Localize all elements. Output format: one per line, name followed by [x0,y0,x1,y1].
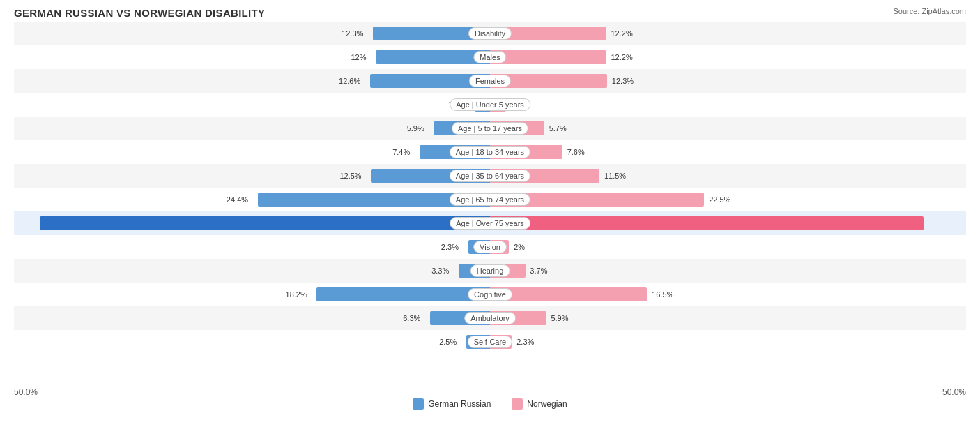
legend-german: German Russian [413,398,491,410]
bar-row: 12.3%Disability12.2% [14,22,966,45]
legend-norwegian-label: Norwegian [527,399,567,409]
bar-row: 18.2%Cognitive16.5% [14,283,966,306]
bar-right-value: 12.2% [611,53,632,61]
right-section: 2.3% [490,330,966,354]
bar-center-label: Disability [468,27,512,40]
bar-right-value: 3.7% [530,267,547,275]
bar-right-value: 5.9% [551,314,568,322]
bar-row: 12%Males12.2% [14,45,966,69]
bar-center-label: Age | 65 to 74 years [450,193,530,206]
bar-left-value: 2.5% [439,338,457,346]
bar-inner: 1.6%Age | Under 5 years1.7% [14,93,966,117]
bar-left-value: 12% [351,53,366,61]
bar-row: 47.3%Age | Over 75 years45.5% [14,211,966,235]
legend-german-label: German Russian [428,399,491,409]
bar-center-label: Ambulatory [464,312,516,324]
bar-right-value: 11.5% [604,172,626,180]
bar-inner: 12.5%Age | 35 to 64 years11.5% [14,164,966,188]
bar-left-value: 6.3% [403,314,420,322]
bar-center-label: Age | 18 to 34 years [450,146,530,158]
left-section: 24.4% [14,188,490,211]
right-section: 1.7% [490,93,966,117]
bar-row: 6.3%Ambulatory5.9% [14,306,966,330]
bar-left-value: 12.6% [339,77,360,85]
bar-center-label: Cognitive [468,288,512,301]
left-section: 18.2% [14,283,490,306]
bar-right-value: 16.5% [652,290,673,299]
left-section: 2.5% [14,330,490,354]
bar-right-value: 22.5% [709,195,730,204]
left-section: 3.3% [14,259,490,283]
bar-row: 12.5%Age | 35 to 64 years11.5% [14,164,966,188]
left-section: 12.5% [14,164,490,188]
right-section: 5.7% [490,117,966,140]
bar-left-value: 5.9% [407,124,424,133]
bar-inner: 12.3%Disability12.2% [14,22,966,45]
legend-norwegian-box [512,398,523,410]
bar-center-label: Age | 35 to 64 years [450,170,530,182]
bar-center-label: Females [469,75,511,87]
left-section: 7.4% [14,140,490,164]
bar-center-label: Self-Care [468,336,512,348]
bar-row: 2.3%Vision2% [14,235,966,259]
bar-center-label: Age | Under 5 years [450,98,530,111]
left-section: 12.6% [14,69,490,93]
left-section: 6.3% [14,306,490,330]
chart-title: GERMAN RUSSIAN VS NORWEGIAN DISABILITY [14,7,966,19]
bar-inner: 24.4%Age | 65 to 74 years22.5% [14,188,966,211]
bar-left [316,287,490,301]
bar-left-value: 3.3% [431,267,449,275]
bar-inner: 2.3%Vision2% [14,235,966,259]
bar-right [490,287,647,301]
bar-row: 24.4%Age | 65 to 74 years22.5% [14,188,966,211]
axis-right-label: 50.0% [942,387,966,397]
bar-left-value: 18.2% [286,290,307,299]
bar-row: 12.6%Females12.3% [14,69,966,93]
bar-right-value: 2% [514,243,525,251]
right-section: 12.2% [490,45,966,69]
right-section: 3.7% [490,259,966,283]
bar-inner: 47.3%Age | Over 75 years45.5% [14,211,966,235]
bar-left-value: 12.3% [342,29,363,38]
right-section: 45.5% [490,211,966,235]
right-section: 11.5% [490,164,966,188]
bar-inner: 12.6%Females12.3% [14,69,966,93]
chart-container: GERMAN RUSSIAN VS NORWEGIAN DISABILITY S… [0,0,980,427]
bar-inner: 18.2%Cognitive16.5% [14,283,966,306]
axis-left-label: 50.0% [14,387,38,397]
bar-inner: 6.3%Ambulatory5.9% [14,306,966,330]
bar-row: 2.5%Self-Care2.3% [14,330,966,354]
right-section: 12.3% [490,69,966,93]
bar-right-value: 2.3% [516,338,534,346]
bar-right: 45.5% [490,216,924,230]
legend-norwegian: Norwegian [512,398,567,410]
left-section: 5.9% [14,117,490,140]
left-section: 47.3% [14,211,490,235]
bar-center-label: Males [473,51,506,63]
legend-german-box [413,398,424,410]
bar-left-value: 24.4% [227,195,248,204]
bar-left-value: 12.5% [339,172,361,180]
bar-left: 47.3% [40,216,490,230]
bar-center-label: Age | Over 75 years [450,217,530,230]
bar-inner: 2.5%Self-Care2.3% [14,330,966,354]
bar-inner: 12%Males12.2% [14,45,966,69]
bar-right-value: 7.6% [567,148,585,156]
bar-center-label: Age | 5 to 17 years [452,122,528,135]
right-section: 5.9% [490,306,966,330]
axis-labels: 50.0% 50.0% [14,384,966,397]
bar-row: 5.9%Age | 5 to 17 years5.7% [14,117,966,140]
source-label: Source: ZipAtlas.com [893,7,966,15]
right-section: 16.5% [490,283,966,306]
left-section: 2.3% [14,235,490,259]
bar-right-value: 12.3% [612,77,634,85]
bar-right-value: 5.7% [549,124,567,133]
bar-right [490,50,606,64]
bar-row: 1.6%Age | Under 5 years1.7% [14,93,966,117]
left-section: 12.3% [14,22,490,45]
right-section: 7.6% [490,140,966,164]
bar-left-value: 2.3% [441,243,459,251]
bar-left-value: 7.4% [392,148,410,156]
bar-right-value: 12.2% [611,29,632,38]
right-section: 12.2% [490,22,966,45]
